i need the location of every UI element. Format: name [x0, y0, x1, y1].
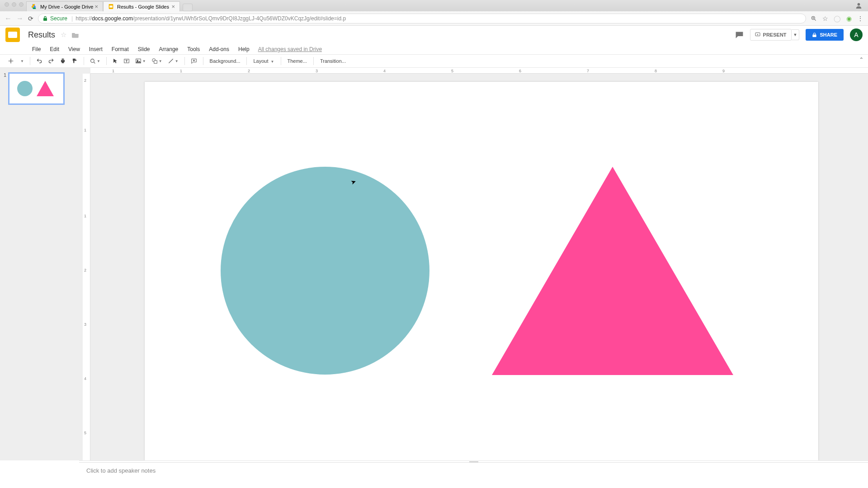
svg-point-6 — [91, 59, 94, 62]
extension-icon[interactable]: ◉ — [846, 15, 852, 22]
menu-addons[interactable]: Add-ons — [205, 45, 233, 53]
menu-arrange[interactable]: Arrange — [155, 45, 183, 53]
back-button[interactable]: ← — [5, 14, 12, 23]
reload-button[interactable]: ⟳ — [28, 15, 33, 22]
menu-bar: File Edit View Insert Format Slide Arran… — [0, 44, 868, 54]
tab-title: Results - Google Slides — [117, 4, 169, 9]
comments-icon[interactable] — [735, 31, 744, 38]
redo-button[interactable] — [46, 56, 57, 66]
addr-bar-actions: ☆ ◯ ◉ ⋮ — [811, 15, 863, 22]
undo-button[interactable] — [34, 56, 45, 66]
thumb-triangle-shape — [37, 81, 54, 96]
app-header: Results ☆ PRESENT ▼ SHARE A — [0, 25, 868, 44]
new-tab-button[interactable] — [183, 4, 193, 11]
menu-view[interactable]: View — [64, 45, 84, 53]
zoom-icon[interactable] — [811, 15, 817, 22]
user-avatar[interactable]: A — [850, 28, 863, 41]
drive-favicon — [31, 4, 37, 9]
horizontal-ruler[interactable]: 1 1 2 3 4 5 6 7 8 9 — [90, 68, 868, 74]
thumb-circle-shape — [17, 81, 33, 96]
slide-thumbnail-1[interactable]: 1 — [4, 72, 79, 105]
speaker-notes[interactable]: Click to add speaker notes — [79, 462, 868, 488]
share-button[interactable]: SHARE — [806, 29, 844, 41]
notes-placeholder: Click to add speaker notes — [86, 467, 156, 474]
present-button[interactable]: PRESENT — [750, 29, 792, 41]
menu-tools[interactable]: Tools — [183, 45, 204, 53]
slide-canvas[interactable]: ➤ — [145, 82, 818, 460]
close-icon[interactable]: × — [94, 3, 98, 10]
save-status[interactable]: All changes saved in Drive — [258, 46, 322, 52]
comment-tool[interactable] — [189, 56, 199, 66]
filmstrip-panel[interactable]: 1 — [0, 68, 83, 460]
mac-window-controls[interactable] — [5, 2, 24, 7]
svg-point-0 — [858, 3, 860, 6]
browser-tab-drive[interactable]: My Drive - Google Drive × — [26, 1, 103, 11]
url-text: https://docs.google.com/presentation/d/1… — [75, 15, 346, 22]
present-dropdown[interactable]: ▼ — [792, 29, 800, 40]
shape-tool[interactable]: ▼ — [149, 56, 165, 66]
address-bar-row: ← → ⟳ Secure | https://docs.google.com/p… — [0, 11, 868, 26]
star-icon[interactable]: ☆ — [61, 31, 66, 39]
menu-edit[interactable]: Edit — [46, 45, 63, 53]
menu-help[interactable]: Help — [234, 45, 254, 53]
circle-shape[interactable] — [221, 167, 429, 375]
lock-icon — [43, 16, 47, 21]
toolbar: ▼ ▼ ▼ ▼ ▼ Background... Layout ▼ Theme..… — [0, 54, 868, 68]
document-title[interactable]: Results — [28, 30, 55, 40]
move-folder-icon[interactable] — [72, 32, 79, 38]
background-button[interactable]: Background... — [207, 57, 243, 65]
workspace: 1 1 1 2 3 4 5 6 7 8 9 2 1 1 2 3 — [0, 68, 868, 460]
menu-insert[interactable]: Insert — [85, 45, 107, 53]
close-icon[interactable]: × — [171, 3, 175, 10]
svg-rect-3 — [43, 18, 47, 21]
svg-rect-11 — [154, 61, 157, 63]
chrome-profile-icon[interactable] — [855, 2, 863, 9]
zoom-button[interactable]: ▼ — [88, 57, 103, 66]
tab-title: My Drive - Google Drive — [40, 4, 93, 9]
address-bar[interactable]: Secure | https://docs.google.com/present… — [38, 14, 806, 23]
transition-button[interactable]: Transition... — [317, 57, 349, 65]
forward-button[interactable]: → — [16, 14, 24, 23]
new-slide-dropdown[interactable]: ▼ — [17, 58, 26, 65]
browser-chrome: My Drive - Google Drive × Results - Goog… — [0, 0, 868, 25]
canvas-area: 1 1 2 3 4 5 6 7 8 9 2 1 1 2 3 4 5 — [83, 68, 868, 460]
triangle-shape[interactable] — [492, 167, 733, 375]
svg-rect-2 — [109, 5, 113, 7]
vertical-ruler[interactable]: 2 1 1 2 3 4 5 — [83, 74, 90, 460]
layout-button[interactable]: Layout ▼ — [250, 57, 277, 65]
slide-stage[interactable]: ➤ — [90, 74, 868, 460]
apps-icon[interactable]: ◯ — [834, 15, 841, 22]
thumbnail-preview[interactable] — [8, 72, 65, 105]
menu-kebab-icon[interactable]: ⋮ — [857, 15, 863, 22]
image-tool[interactable]: ▼ — [133, 56, 148, 66]
menu-slide[interactable]: Slide — [134, 45, 154, 53]
collapse-toolbar-icon[interactable]: ˆ — [860, 57, 863, 65]
slide-number: 1 — [4, 72, 6, 105]
browser-tab-slides[interactable]: Results - Google Slides × — [103, 1, 180, 11]
theme-button[interactable]: Theme... — [285, 57, 310, 65]
new-slide-button[interactable] — [5, 56, 16, 66]
paint-format-button[interactable] — [69, 56, 80, 66]
secure-label: Secure — [50, 15, 67, 22]
menu-file[interactable]: File — [28, 45, 45, 53]
line-tool[interactable]: ▼ — [165, 56, 181, 66]
slides-logo-icon[interactable] — [5, 28, 20, 42]
print-button[interactable] — [57, 56, 68, 66]
textbox-tool[interactable] — [121, 56, 132, 66]
bookmark-star-icon[interactable]: ☆ — [822, 15, 828, 22]
menu-format[interactable]: Format — [108, 45, 133, 53]
browser-tab-bar: My Drive - Google Drive × Results - Goog… — [0, 0, 868, 11]
slides-favicon — [108, 4, 114, 9]
select-tool[interactable] — [110, 56, 120, 66]
